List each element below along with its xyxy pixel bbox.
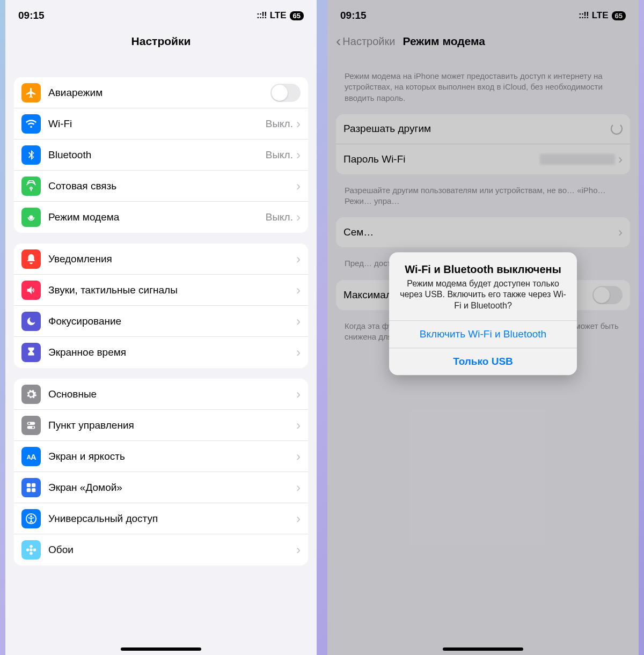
battery-icon: 65 — [290, 11, 304, 20]
row-label: Режим модема — [48, 211, 266, 223]
row-value: Выкл. — [266, 149, 293, 161]
row-label: Обои — [48, 544, 296, 556]
svg-point-11 — [30, 515, 32, 517]
grid-icon — [21, 478, 41, 497]
chevron-right-icon: › — [296, 179, 301, 194]
settings-section-1: Уведомления›Звуки, тактильные сигналы›Фо… — [14, 244, 308, 368]
accessibility-icon — [21, 509, 41, 528]
chevron-right-icon: › — [296, 210, 301, 225]
hotspot-screen: 09:15 ::!! LTE 65 ‹ Настройки Режим моде… — [327, 0, 639, 655]
chevron-right-icon: › — [296, 314, 301, 329]
moon-icon — [21, 312, 41, 331]
settings-row-aa[interactable]: AAЭкран и яркость› — [14, 441, 308, 472]
hourglass-icon — [21, 343, 41, 362]
svg-point-12 — [30, 548, 33, 551]
svg-point-3 — [32, 426, 34, 428]
chevron-right-icon: › — [296, 148, 301, 163]
wifi-icon — [21, 114, 41, 134]
status-bar: 09:15 ::!! LTE 65 — [5, 0, 317, 29]
row-label: Экранное время — [48, 347, 296, 358]
speaker-icon — [21, 281, 41, 300]
settings-row-airplane: Авиарежим — [14, 77, 308, 108]
settings-section-0: АвиарежимWi-FiВыкл.›BluetoothВыкл.›Сотов… — [14, 77, 308, 233]
row-label: Универсальный доступ — [48, 513, 296, 525]
page-title: Настройки — [5, 35, 317, 48]
svg-rect-6 — [27, 483, 31, 487]
settings-row-bell[interactable]: Уведомления› — [14, 244, 308, 275]
settings-screen: 09:15 ::!! LTE 65 Настройки АвиарежимWi-… — [5, 0, 317, 655]
chevron-right-icon: › — [296, 387, 301, 402]
chevron-right-icon: › — [296, 345, 301, 360]
settings-row-accessibility[interactable]: Универсальный доступ› — [14, 503, 308, 534]
chevron-right-icon: › — [296, 116, 301, 131]
row-label: Основные — [48, 388, 296, 400]
settings-row-speaker[interactable]: Звуки, тактильные сигналы› — [14, 275, 308, 306]
settings-row-wifi[interactable]: Wi-FiВыкл.› — [14, 108, 308, 139]
row-label: Bluetooth — [48, 149, 266, 161]
svg-point-15 — [26, 548, 30, 551]
nav-header: Настройки — [5, 29, 317, 56]
row-label: Сотовая связь — [48, 180, 296, 192]
svg-point-16 — [33, 548, 36, 551]
svg-point-14 — [30, 552, 33, 555]
alert-title: Wi-Fi и Bluetooth выключены — [399, 263, 567, 276]
settings-list[interactable]: АвиарежимWi-FiВыкл.›BluetoothВыкл.›Сотов… — [5, 56, 317, 655]
alert-dialog: Wi-Fi и Bluetooth выключены Режим модема… — [389, 252, 577, 375]
row-label: Wi-Fi — [48, 118, 266, 130]
cellular-icon — [21, 176, 41, 196]
row-label: Экран и яркость — [48, 451, 296, 462]
row-value: Выкл. — [266, 118, 293, 130]
svg-rect-9 — [32, 488, 35, 491]
status-right: ::!! LTE 65 — [257, 10, 304, 21]
settings-row-switches[interactable]: Пункт управления› — [14, 410, 308, 441]
carrier-label: LTE — [270, 10, 287, 21]
signal-icon: ::!! — [257, 10, 267, 21]
settings-row-bluetooth[interactable]: BluetoothВыкл.› — [14, 139, 308, 171]
chevron-right-icon: › — [296, 480, 301, 495]
svg-rect-8 — [27, 488, 31, 491]
settings-row-cellular[interactable]: Сотовая связь› — [14, 171, 308, 202]
row-label: Авиарежим — [48, 87, 270, 99]
row-value: Выкл. — [266, 211, 293, 223]
settings-row-hotspot[interactable]: Режим модемаВыкл.› — [14, 202, 308, 233]
alert-enable-button[interactable]: Включить Wi-Fi и Bluetooth — [389, 320, 577, 348]
hotspot-icon — [21, 208, 41, 227]
home-indicator[interactable] — [121, 647, 201, 651]
bluetooth-icon — [21, 145, 41, 165]
chevron-right-icon: › — [296, 252, 301, 267]
gear-icon — [21, 385, 41, 404]
bell-icon — [21, 249, 41, 269]
row-label: Экран «Домой» — [48, 482, 296, 494]
chevron-right-icon: › — [296, 283, 301, 298]
row-label: Пункт управления — [48, 420, 296, 431]
settings-row-flower[interactable]: Обои› — [14, 534, 308, 565]
alert-usb-button[interactable]: Только USB — [389, 348, 577, 375]
chevron-right-icon: › — [296, 511, 301, 526]
svg-point-13 — [30, 545, 33, 548]
flower-icon — [21, 540, 41, 560]
chevron-right-icon: › — [296, 542, 301, 557]
alert-message: Режим модема будет доступен только через… — [399, 278, 567, 312]
airplane-icon — [21, 83, 41, 102]
svg-rect-7 — [32, 483, 35, 487]
svg-text:A: A — [31, 452, 36, 461]
aa-icon: AA — [21, 447, 41, 466]
chevron-right-icon: › — [296, 449, 301, 464]
row-label: Фокусирование — [48, 315, 296, 327]
settings-row-grid[interactable]: Экран «Домой»› — [14, 472, 308, 503]
svg-point-2 — [28, 422, 31, 424]
switches-icon — [21, 416, 41, 435]
toggle-switch[interactable] — [270, 84, 301, 102]
row-label: Звуки, тактильные сигналы — [48, 284, 296, 296]
status-time: 09:15 — [18, 10, 45, 21]
chevron-right-icon: › — [296, 418, 301, 433]
settings-row-hourglass[interactable]: Экранное время› — [14, 337, 308, 368]
settings-row-gear[interactable]: Основные› — [14, 379, 308, 410]
row-label: Уведомления — [48, 253, 296, 265]
settings-row-moon[interactable]: Фокусирование› — [14, 306, 308, 337]
settings-section-2: Основные›Пункт управления›AAЭкран и ярко… — [14, 379, 308, 565]
